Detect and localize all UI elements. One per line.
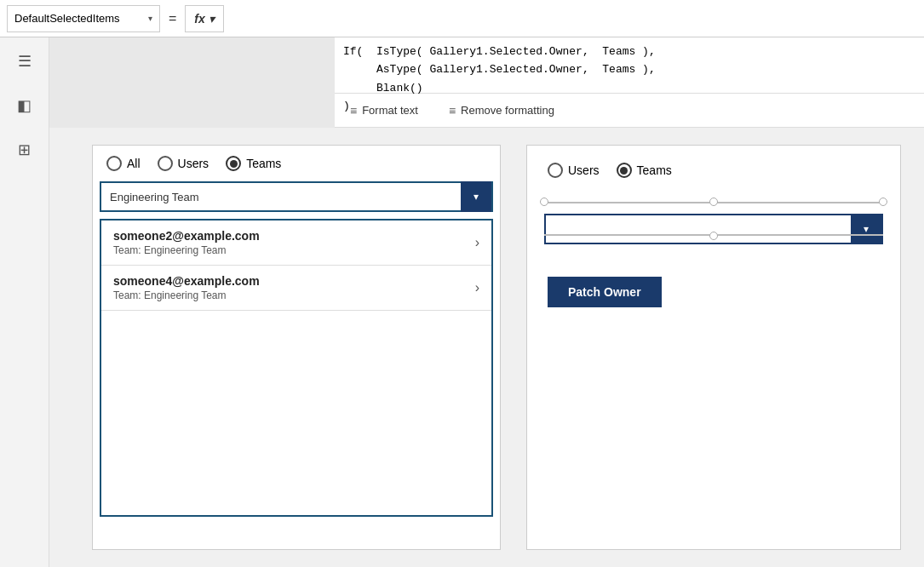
left-sidebar: ☰ ◧ ⊞	[0, 37, 49, 567]
right-app-panel: Users Teams ▾	[526, 145, 901, 550]
radio-all-label: All	[127, 157, 141, 170]
left-app-panel: All Users Teams Engineering Team ▾ someo…	[92, 145, 501, 550]
sidebar-components-icon[interactable]: ⊞	[11, 136, 38, 163]
canvas-area: All Users Teams Engineering Team ▾ someo…	[49, 128, 924, 567]
radio-users[interactable]: Users	[158, 156, 209, 171]
radio-users-label: Users	[178, 157, 209, 170]
right-radio-teams-label: Teams	[637, 163, 672, 177]
right-radio-users-label: Users	[568, 163, 600, 177]
team-select-value: Engineering Team	[101, 191, 461, 203]
slider-handle-top-right[interactable]	[879, 198, 887, 206]
radio-all-circle	[106, 156, 122, 171]
gallery-list: someone2@example.com Team: Engineering T…	[100, 219, 493, 517]
gallery-item-1-chevron-icon: ›	[475, 235, 479, 250]
fx-button[interactable]: fx ▾	[185, 5, 223, 32]
slider-handle-top-mid[interactable]	[709, 198, 718, 206]
right-radio-row: Users Teams	[527, 146, 900, 186]
gallery-item-2[interactable]: someone4@example.com Team: Engineering T…	[101, 266, 491, 311]
radio-teams[interactable]: Teams	[226, 156, 281, 171]
property-label: DefaultSelectedItems	[14, 12, 120, 25]
formula-bar: DefaultSelectedItems ▾ = fx ▾	[0, 0, 924, 37]
equals-sign: =	[165, 11, 180, 26]
team-select-dropdown[interactable]: Engineering Team ▾	[100, 181, 493, 212]
team-select-chevron-icon[interactable]: ▾	[461, 181, 491, 212]
formula-line-1: If( IsType( Gallery1.Selected.Owner, Tea…	[343, 43, 915, 60]
slider-container: ▾	[544, 195, 883, 238]
sidebar-hamburger-icon[interactable]: ☰	[11, 48, 38, 75]
formula-line-4: )	[343, 97, 915, 115]
gallery-item-2-subtitle: Team: Engineering Team	[113, 289, 475, 301]
slider-handle-top-left[interactable]	[540, 198, 548, 206]
teams-select-chevron-icon[interactable]: ▾	[851, 214, 881, 244]
left-radio-row: All Users Teams	[93, 146, 500, 181]
fx-chevron-icon: ▾	[209, 12, 215, 26]
formula-code-panel: If( IsType( Gallery1.Selected.Owner, Tea…	[335, 37, 924, 94]
fx-label: fx	[194, 12, 204, 26]
patch-owner-button[interactable]: Patch Owner	[548, 277, 662, 307]
radio-all[interactable]: All	[106, 156, 141, 171]
gallery-empty-area	[101, 311, 491, 515]
right-radio-users[interactable]: Users	[548, 163, 600, 178]
chevron-down-icon: ▾	[148, 14, 152, 23]
right-radio-teams-circle	[617, 163, 632, 178]
gallery-item-2-title: someone4@example.com	[113, 274, 475, 288]
slider-handle-bottom-mid[interactable]	[709, 232, 718, 240]
slider-area: ▾	[527, 186, 900, 246]
right-radio-users-circle	[548, 163, 563, 178]
radio-teams-circle	[226, 156, 241, 171]
formula-line-3: Blank()	[343, 79, 915, 97]
gallery-item-2-chevron-icon: ›	[475, 280, 479, 295]
sidebar-layers-icon[interactable]: ◧	[11, 92, 38, 119]
radio-teams-label: Teams	[246, 157, 281, 170]
patch-owner-section: Patch Owner	[527, 263, 900, 321]
formula-line-2: AsType( Gallery1.Selected.Owner, Teams )…	[343, 60, 915, 78]
right-radio-teams[interactable]: Teams	[617, 163, 672, 178]
gallery-item-1-title: someone2@example.com	[113, 229, 475, 243]
radio-users-circle	[158, 156, 173, 171]
gallery-item-1-subtitle: Team: Engineering Team	[113, 244, 475, 256]
gallery-item-1-content: someone2@example.com Team: Engineering T…	[113, 229, 475, 256]
property-dropdown[interactable]: DefaultSelectedItems ▾	[7, 5, 160, 32]
gallery-item-2-content: someone4@example.com Team: Engineering T…	[113, 274, 475, 301]
gallery-item-1[interactable]: someone2@example.com Team: Engineering T…	[101, 220, 491, 266]
